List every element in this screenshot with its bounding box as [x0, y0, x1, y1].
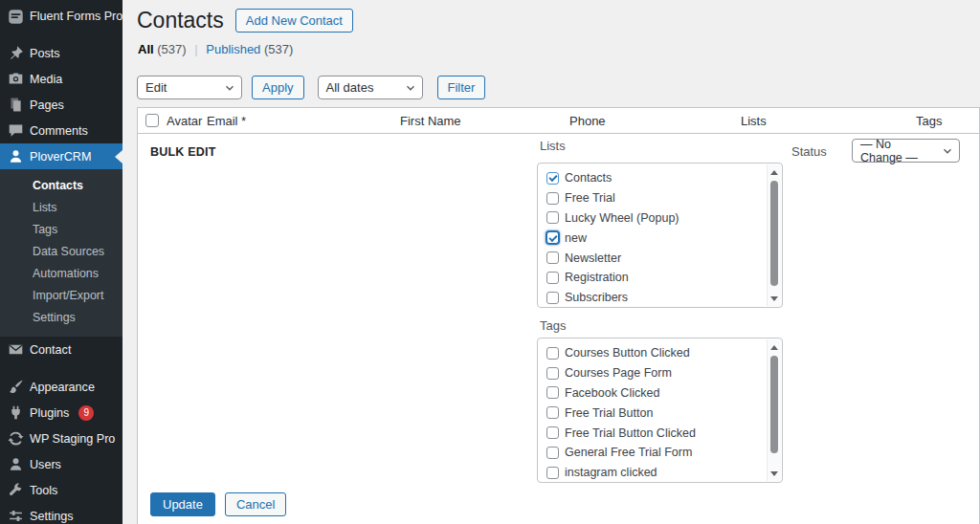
status-select[interactable]: — No Change — [852, 139, 960, 163]
bulk-action-select[interactable]: Edit [137, 76, 242, 99]
scrollbar-thumb[interactable] [770, 356, 778, 453]
scroll-up-icon[interactable] [768, 165, 781, 179]
scroll-down-icon[interactable] [768, 467, 781, 480]
list-checkbox[interactable] [546, 192, 559, 205]
sidebar-item-plovercrm[interactable]: PloverCRM [0, 143, 122, 169]
update-button[interactable]: Update [150, 492, 215, 516]
scroll-up-icon[interactable] [768, 340, 781, 354]
list-checkbox[interactable] [546, 292, 559, 304]
column-header-tags: Tags [916, 114, 979, 128]
chevron-down-icon [404, 81, 417, 95]
pages-icon [8, 97, 24, 113]
sidebar-item-label: Comments [30, 124, 88, 138]
main-content: Contacts Add New Contact All (537) | Pub… [122, 0, 980, 524]
sidebar-item-label: Fluent Forms Pro [30, 10, 122, 23]
tag-checkbox[interactable] [546, 467, 559, 479]
tag-option-label: General Free Trial Form [565, 446, 692, 459]
scrollbar-thumb[interactable] [770, 181, 778, 286]
tag-checkbox[interactable] [546, 426, 559, 439]
sidebar-item-label: Appearance [30, 381, 95, 394]
scroll-down-icon[interactable] [768, 292, 781, 305]
status-label: Status [791, 144, 827, 159]
sidebar-item-label: Contact [30, 343, 71, 357]
sidebar-item-label: Media [30, 73, 62, 86]
sidebar-item-appearance[interactable]: Appearance [0, 374, 122, 400]
sidebar-item-label: Pages [30, 98, 64, 112]
sidebar-item-posts[interactable]: Posts [0, 40, 122, 66]
refresh-icon [8, 430, 24, 447]
tags-scrollbar[interactable] [767, 339, 781, 481]
tag-option-label: Facebook Clicked [565, 386, 659, 400]
brush-icon [8, 379, 24, 395]
sidebar-item-media[interactable]: Media [0, 66, 122, 92]
tag-checkbox[interactable] [546, 367, 559, 380]
admin-sidebar: Fluent Forms ProPostsMediaPagesCommentsP… [0, 0, 122, 524]
contacts-table: AvatarEmail *First NamePhoneListsTags BU… [137, 107, 980, 524]
cancel-button[interactable]: Cancel [225, 492, 286, 516]
date-filter-select[interactable]: All dates [318, 76, 423, 99]
table-toolbar: Edit Apply All dates Filter [137, 76, 485, 99]
sidebar-subitem-tags[interactable]: Tags [0, 218, 122, 240]
plug-icon [8, 404, 24, 421]
list-checkbox[interactable] [546, 251, 559, 264]
list-checkbox[interactable] [546, 272, 559, 284]
tag-option-label: Free Trial Button [565, 406, 653, 420]
list-option-label: Free Trial [565, 191, 615, 205]
sliders-icon [8, 508, 24, 524]
tag-option-label: Courses Button Clicked [565, 346, 690, 360]
page-title: Contacts [137, 7, 224, 34]
bulk-action-value: Edit [145, 80, 167, 95]
select-all-checkbox[interactable] [145, 114, 159, 127]
list-option-label: Contacts [565, 171, 612, 185]
sidebar-item-fluent-forms-pro[interactable]: Fluent Forms Pro [0, 2, 122, 31]
sidebar-item-label: Users [30, 458, 61, 471]
sidebar-item-wp-staging-pro[interactable]: WP Staging Pro [0, 426, 122, 451]
view-all-link[interactable]: All [138, 42, 154, 56]
sidebar-item-contact[interactable]: Contact [0, 337, 122, 362]
person-icon [8, 148, 24, 164]
sidebar-subitem-lists[interactable]: Lists [0, 196, 122, 218]
sidebar-item-settings-main[interactable]: Settings [0, 503, 122, 524]
sidebar-subitem-contacts[interactable]: Contacts [0, 174, 122, 196]
chevron-down-icon [941, 144, 954, 158]
sidebar-subitem-settings[interactable]: Settings [0, 306, 122, 328]
comment-icon [8, 122, 24, 139]
sidebar-item-comments[interactable]: Comments [0, 118, 122, 143]
tag-checkbox[interactable] [546, 447, 559, 459]
sidebar-item-pages[interactable]: Pages [0, 92, 122, 118]
list-checkbox[interactable] [546, 211, 559, 224]
list-option: Contacts [546, 168, 763, 188]
tag-option: Courses Button Clicked [546, 343, 763, 363]
list-checkbox[interactable] [546, 231, 559, 244]
camera-icon [8, 71, 24, 87]
status-value: — No Change — [860, 138, 934, 164]
list-option-label: Lucky Wheel (Popup) [565, 211, 679, 225]
bulk-edit-actions: Update Cancel [150, 492, 286, 516]
page-header: Contacts Add New Contact [137, 7, 353, 34]
sidebar-subitem-automations[interactable]: Automations [0, 262, 122, 284]
sidebar-item-label: Settings [30, 510, 74, 523]
tag-option: General Free Trial Form [546, 443, 763, 463]
column-header-avatar: Avatar [167, 114, 207, 128]
sidebar-item-users[interactable]: Users [0, 451, 122, 477]
sidebar-submenu-plovercrm: ContactsListsTagsData SourcesAutomations… [0, 169, 122, 337]
list-option-label: Newsletter [565, 251, 621, 265]
filter-button[interactable]: Filter [437, 76, 486, 99]
sidebar-item-plugins[interactable]: Plugins9 [0, 400, 122, 426]
tag-checkbox[interactable] [546, 406, 559, 419]
sidebar-item-label: WP Staging Pro [30, 432, 115, 446]
view-published-link[interactable]: Published [206, 42, 260, 56]
tag-checkbox[interactable] [546, 347, 559, 360]
pushpin-icon [8, 45, 24, 61]
sidebar-subitem-data-sources[interactable]: Data Sources [0, 240, 122, 262]
sidebar-item-tools[interactable]: Tools [0, 477, 122, 503]
list-checkbox[interactable] [546, 172, 559, 185]
apply-button[interactable]: Apply [252, 76, 304, 99]
lists-scrollbar[interactable] [767, 164, 781, 306]
add-new-contact-button[interactable]: Add New Contact [235, 9, 353, 33]
user-icon [8, 456, 24, 472]
sidebar-subitem-import-export[interactable]: Import/Export [0, 284, 122, 306]
tag-checkbox[interactable] [546, 386, 559, 399]
update-count-badge: 9 [78, 405, 94, 421]
tags-label: Tags [540, 318, 566, 333]
